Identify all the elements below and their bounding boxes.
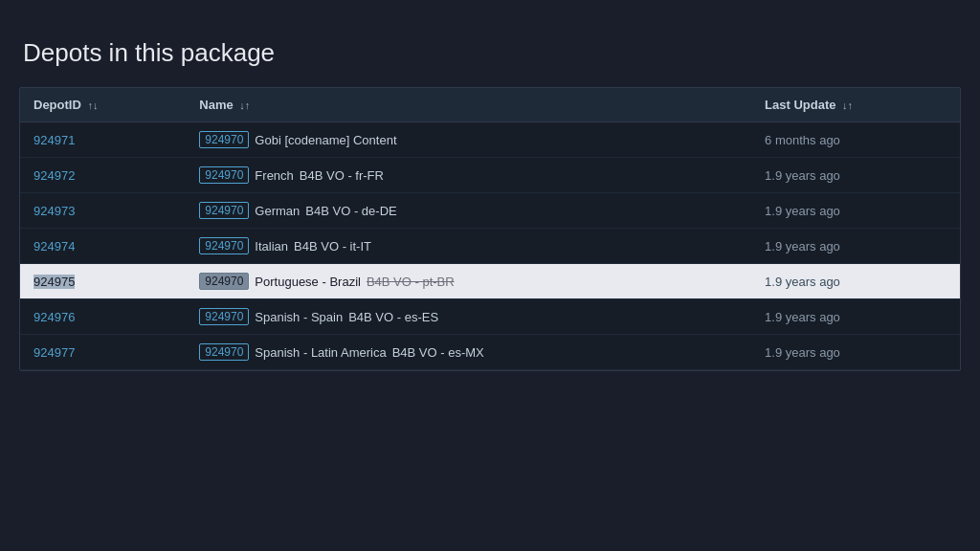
name-badge-link[interactable]: 924970 (199, 273, 249, 290)
last-update-cell: 1.9 years ago (751, 335, 960, 370)
name-tag: B4B VO - it-IT (294, 239, 371, 253)
table-body: 924971924970Gobi [codename] Content6 mon… (20, 122, 960, 370)
name-prefix: Italian (255, 239, 288, 253)
table-row[interactable]: 924973924970GermanB4B VO - de-DE1.9 year… (20, 193, 960, 229)
name-cell: 924970ItalianB4B VO - it-IT (186, 229, 751, 264)
name-tag: B4B VO - fr-FR (300, 168, 384, 183)
name-cell: 924970GermanB4B VO - de-DE (186, 193, 751, 229)
depot-id-link[interactable]: 924976 (33, 310, 75, 324)
col-header-depotid[interactable]: DepotID ↑↓ (20, 88, 186, 122)
depots-table-wrapper: DepotID ↑↓ Name ↓↑ Last Update ↓↑ 924971… (19, 87, 961, 371)
table-header: DepotID ↑↓ Name ↓↑ Last Update ↓↑ (20, 88, 960, 122)
last-update-cell: 1.9 years ago (751, 158, 960, 193)
name-tag: B4B VO - es-ES (348, 310, 438, 324)
name-badge-link[interactable]: 924970 (199, 131, 249, 148)
depot-id-link[interactable]: 924972 (33, 168, 75, 183)
table-row[interactable]: 924971924970Gobi [codename] Content6 mon… (20, 122, 960, 158)
depot-id-cell: 924975 (20, 264, 186, 299)
name-suffix: Gobi [codename] Content (255, 133, 396, 147)
name-cell: 924970FrenchB4B VO - fr-FR (186, 158, 751, 193)
table-row[interactable]: 924972924970FrenchB4B VO - fr-FR1.9 year… (20, 158, 960, 193)
table-row[interactable]: 924975924970Portuguese - BrazilB4B VO - … (20, 264, 960, 299)
name-tag: B4B VO - de-DE (305, 204, 396, 218)
depot-id-link[interactable]: 924974 (33, 239, 75, 253)
sort-icon-lastupdate: ↓↑ (842, 99, 853, 111)
name-cell: 924970Portuguese - BrazilB4B VO - pt-BR (186, 264, 751, 299)
depot-id-link[interactable]: 924977 (33, 345, 75, 360)
table-row[interactable]: 924976924970Spanish - SpainB4B VO - es-E… (20, 299, 960, 335)
name-cell: 924970Spanish - SpainB4B VO - es-ES (186, 299, 751, 335)
name-badge-link[interactable]: 924970 (199, 237, 249, 254)
name-prefix: Portuguese - Brazil (255, 275, 361, 289)
depot-id-cell: 924977 (20, 335, 186, 370)
last-update-cell: 1.9 years ago (751, 229, 960, 264)
name-badge-link[interactable]: 924970 (199, 202, 249, 219)
depot-id-cell: 924973 (20, 193, 186, 229)
name-badge-link[interactable]: 924970 (199, 308, 249, 325)
depot-id-cell: 924972 (20, 158, 186, 193)
last-update-cell: 1.9 years ago (751, 193, 960, 229)
name-badge-link[interactable]: 924970 (199, 343, 249, 361)
depot-id-cell: 924976 (20, 299, 186, 335)
depot-id-link[interactable]: 924973 (33, 204, 75, 218)
name-prefix: Spanish - Spain (255, 310, 343, 324)
last-update-cell: 1.9 years ago (751, 299, 960, 335)
depots-table: DepotID ↑↓ Name ↓↑ Last Update ↓↑ 924971… (20, 88, 960, 370)
table-row[interactable]: 924974924970ItalianB4B VO - it-IT1.9 yea… (20, 229, 960, 264)
col-header-lastupdate[interactable]: Last Update ↓↑ (751, 88, 960, 122)
name-prefix: French (255, 168, 293, 183)
name-prefix: German (255, 204, 300, 218)
name-badge-link[interactable]: 924970 (199, 166, 249, 184)
last-update-cell: 1.9 years ago (751, 264, 960, 299)
sort-icon-name: ↓↑ (239, 99, 250, 111)
page-title: Depots in this package (19, 38, 961, 68)
col-header-name[interactable]: Name ↓↑ (186, 88, 751, 122)
name-cell: 924970Spanish - Latin AmericaB4B VO - es… (186, 335, 751, 370)
name-prefix: Spanish - Latin America (255, 345, 386, 360)
table-row[interactable]: 924977924970Spanish - Latin AmericaB4B V… (20, 335, 960, 370)
name-tag: B4B VO - pt-BR (367, 275, 455, 289)
depot-id-link[interactable]: 924971 (33, 133, 75, 147)
last-update-cell: 6 months ago (751, 122, 960, 158)
depot-id-cell: 924971 (20, 122, 186, 158)
depot-id-link[interactable]: 924975 (33, 275, 75, 289)
name-cell: 924970Gobi [codename] Content (186, 122, 751, 158)
depot-id-cell: 924974 (20, 229, 186, 264)
sort-icon-depotid: ↑↓ (87, 99, 98, 111)
name-tag: B4B VO - es-MX (392, 345, 484, 360)
